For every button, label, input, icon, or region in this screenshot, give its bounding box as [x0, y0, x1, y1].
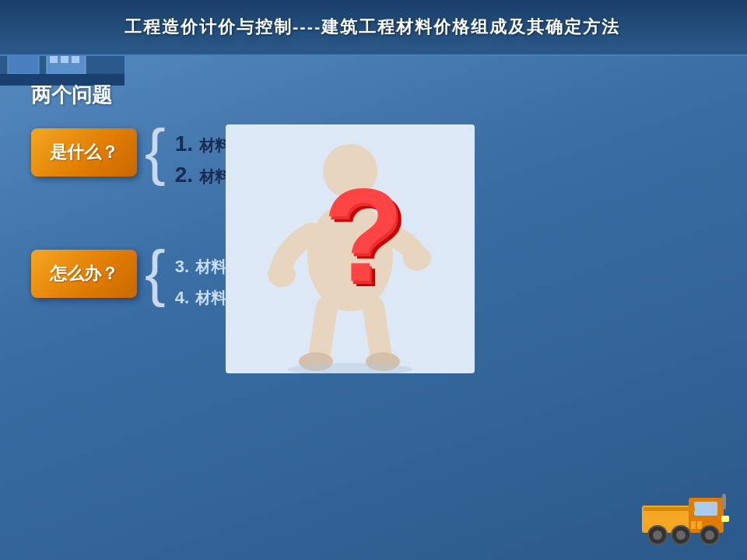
svg-point-29: [268, 262, 296, 287]
truck-decoration: [638, 486, 731, 548]
header: 工程造价计价与控制----建筑工程材料价格组成及其确定方法: [0, 0, 747, 56]
header-title: 工程造价计价与控制----建筑工程材料价格组成及其确定方法: [124, 16, 620, 39]
bracket-2: {: [145, 242, 166, 304]
svg-rect-39: [694, 502, 717, 516]
bracket-1: {: [145, 121, 166, 183]
svg-text:?: ?: [323, 161, 404, 309]
slide: 工程造价计价与控制----建筑工程材料价格组成及其确定方法 两个问题 是什么？ …: [0, 0, 747, 560]
svg-rect-40: [644, 507, 695, 511]
btn-zenmeban[interactable]: 怎么办？: [31, 250, 137, 298]
svg-rect-47: [721, 516, 729, 522]
svg-rect-50: [697, 521, 702, 529]
svg-point-42: [653, 530, 662, 540]
question-mark-figure: ? ? ?: [226, 124, 490, 381]
svg-rect-48: [722, 494, 726, 509]
svg-point-44: [676, 530, 686, 540]
svg-point-46: [705, 530, 714, 540]
svg-rect-49: [691, 521, 696, 529]
btn-shisheme[interactable]: 是什么？: [31, 128, 137, 177]
section-title: 两个问题: [31, 82, 716, 109]
